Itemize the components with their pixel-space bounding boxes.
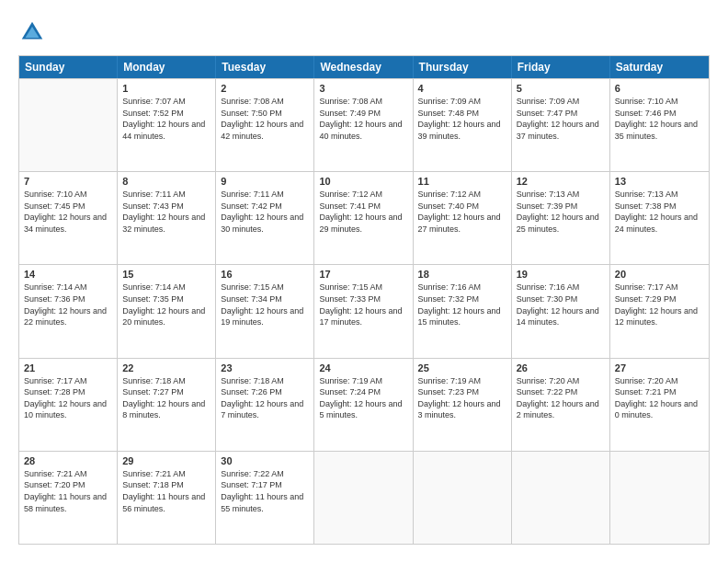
cell-day-number: 27 <box>615 362 704 373</box>
cell-day-number: 11 <box>418 176 506 187</box>
calendar-cell-6: 6Sunrise: 7:10 AM Sunset: 7:46 PM Daylig… <box>610 79 709 171</box>
calendar-cell-20: 20Sunrise: 7:17 AM Sunset: 7:29 PM Dayli… <box>610 265 709 357</box>
cell-info: Sunrise: 7:13 AM Sunset: 7:39 PM Dayligh… <box>517 189 605 235</box>
calendar-week-2: 14Sunrise: 7:14 AM Sunset: 7:36 PM Dayli… <box>19 264 709 357</box>
cell-info: Sunrise: 7:19 AM Sunset: 7:23 PM Dayligh… <box>418 375 506 421</box>
calendar-cell-7: 7Sunrise: 7:10 AM Sunset: 7:45 PM Daylig… <box>19 172 118 264</box>
cell-info: Sunrise: 7:21 AM Sunset: 7:18 PM Dayligh… <box>122 468 210 514</box>
cell-day-number: 17 <box>319 269 407 280</box>
header-day-friday: Friday <box>512 56 610 78</box>
cell-day-number: 9 <box>221 176 309 187</box>
calendar-cell-9: 9Sunrise: 7:11 AM Sunset: 7:42 PM Daylig… <box>216 172 314 264</box>
calendar-cell-empty-5 <box>512 452 610 544</box>
cell-info: Sunrise: 7:14 AM Sunset: 7:36 PM Dayligh… <box>24 282 112 327</box>
cell-info: Sunrise: 7:17 AM Sunset: 7:28 PM Dayligh… <box>24 375 112 421</box>
cell-day-number: 16 <box>221 269 309 280</box>
cell-day-number: 4 <box>418 83 506 94</box>
calendar-cell-empty-3 <box>314 452 413 544</box>
cell-info: Sunrise: 7:21 AM Sunset: 7:20 PM Dayligh… <box>24 468 112 514</box>
calendar-cell-5: 5Sunrise: 7:09 AM Sunset: 7:47 PM Daylig… <box>512 79 610 171</box>
cell-day-number: 1 <box>122 83 210 94</box>
calendar-week-4: 28Sunrise: 7:21 AM Sunset: 7:20 PM Dayli… <box>19 451 709 544</box>
calendar-cell-8: 8Sunrise: 7:11 AM Sunset: 7:43 PM Daylig… <box>118 172 216 264</box>
calendar-cell-12: 12Sunrise: 7:13 AM Sunset: 7:39 PM Dayli… <box>512 172 610 264</box>
cell-day-number: 29 <box>122 455 210 466</box>
calendar-cell-1: 1Sunrise: 7:07 AM Sunset: 7:52 PM Daylig… <box>118 79 216 171</box>
cell-day-number: 30 <box>221 455 309 466</box>
cell-info: Sunrise: 7:19 AM Sunset: 7:24 PM Dayligh… <box>319 375 407 421</box>
cell-day-number: 15 <box>122 269 210 280</box>
cell-day-number: 3 <box>319 83 407 94</box>
cell-info: Sunrise: 7:08 AM Sunset: 7:49 PM Dayligh… <box>319 96 407 142</box>
cell-day-number: 22 <box>122 362 210 373</box>
logo <box>18 18 51 46</box>
cell-info: Sunrise: 7:17 AM Sunset: 7:29 PM Dayligh… <box>615 282 704 327</box>
calendar-cell-13: 13Sunrise: 7:13 AM Sunset: 7:38 PM Dayli… <box>610 172 709 264</box>
cell-day-number: 24 <box>319 362 407 373</box>
calendar-cell-11: 11Sunrise: 7:12 AM Sunset: 7:40 PM Dayli… <box>414 172 512 264</box>
calendar-cell-17: 17Sunrise: 7:15 AM Sunset: 7:33 PM Dayli… <box>314 265 413 357</box>
calendar-cell-27: 27Sunrise: 7:20 AM Sunset: 7:21 PM Dayli… <box>610 359 709 451</box>
cell-day-number: 20 <box>615 269 704 280</box>
calendar-cell-18: 18Sunrise: 7:16 AM Sunset: 7:32 PM Dayli… <box>414 265 512 357</box>
calendar-week-3: 21Sunrise: 7:17 AM Sunset: 7:28 PM Dayli… <box>19 358 709 451</box>
cell-info: Sunrise: 7:20 AM Sunset: 7:21 PM Dayligh… <box>615 375 704 421</box>
calendar-cell-23: 23Sunrise: 7:18 AM Sunset: 7:26 PM Dayli… <box>216 359 314 451</box>
calendar-week-1: 7Sunrise: 7:10 AM Sunset: 7:45 PM Daylig… <box>19 171 709 264</box>
cell-info: Sunrise: 7:15 AM Sunset: 7:34 PM Dayligh… <box>221 282 309 327</box>
calendar-cell-empty-4 <box>414 452 512 544</box>
cell-day-number: 18 <box>418 269 506 280</box>
calendar-cell-22: 22Sunrise: 7:18 AM Sunset: 7:27 PM Dayli… <box>118 359 216 451</box>
header-day-monday: Monday <box>118 56 216 78</box>
calendar-cell-empty-6 <box>610 452 709 544</box>
calendar-cell-4: 4Sunrise: 7:09 AM Sunset: 7:48 PM Daylig… <box>414 79 512 171</box>
cell-day-number: 21 <box>24 362 112 373</box>
calendar: SundayMondayTuesdayWednesdayThursdayFrid… <box>18 55 710 545</box>
calendar-cell-19: 19Sunrise: 7:16 AM Sunset: 7:30 PM Dayli… <box>512 265 610 357</box>
cell-info: Sunrise: 7:22 AM Sunset: 7:17 PM Dayligh… <box>221 468 309 514</box>
calendar-body: 1Sunrise: 7:07 AM Sunset: 7:52 PM Daylig… <box>19 78 709 544</box>
cell-info: Sunrise: 7:11 AM Sunset: 7:42 PM Dayligh… <box>221 189 309 235</box>
cell-day-number: 10 <box>319 176 407 187</box>
cell-day-number: 19 <box>517 269 605 280</box>
calendar-cell-14: 14Sunrise: 7:14 AM Sunset: 7:36 PM Dayli… <box>19 265 118 357</box>
cell-day-number: 14 <box>24 269 112 280</box>
cell-day-number: 12 <box>517 176 605 187</box>
calendar-cell-3: 3Sunrise: 7:08 AM Sunset: 7:49 PM Daylig… <box>314 79 413 171</box>
cell-day-number: 7 <box>24 176 112 187</box>
cell-info: Sunrise: 7:12 AM Sunset: 7:40 PM Dayligh… <box>418 189 506 235</box>
page-header <box>18 18 710 46</box>
calendar-cell-16: 16Sunrise: 7:15 AM Sunset: 7:34 PM Dayli… <box>216 265 314 357</box>
cell-info: Sunrise: 7:11 AM Sunset: 7:43 PM Dayligh… <box>122 189 210 235</box>
calendar-cell-2: 2Sunrise: 7:08 AM Sunset: 7:50 PM Daylig… <box>216 79 314 171</box>
cell-info: Sunrise: 7:08 AM Sunset: 7:50 PM Dayligh… <box>221 96 309 142</box>
calendar-cell-29: 29Sunrise: 7:21 AM Sunset: 7:18 PM Dayli… <box>118 452 216 544</box>
header-day-tuesday: Tuesday <box>216 56 314 78</box>
calendar-cell-empty-0 <box>19 79 118 171</box>
cell-day-number: 28 <box>24 455 112 466</box>
header-day-thursday: Thursday <box>414 56 512 78</box>
cell-day-number: 2 <box>221 83 309 94</box>
cell-info: Sunrise: 7:18 AM Sunset: 7:26 PM Dayligh… <box>221 375 309 421</box>
header-day-wednesday: Wednesday <box>314 56 413 78</box>
cell-info: Sunrise: 7:16 AM Sunset: 7:30 PM Dayligh… <box>517 282 605 327</box>
calendar-cell-10: 10Sunrise: 7:12 AM Sunset: 7:41 PM Dayli… <box>314 172 413 264</box>
cell-info: Sunrise: 7:16 AM Sunset: 7:32 PM Dayligh… <box>418 282 506 327</box>
cell-info: Sunrise: 7:18 AM Sunset: 7:27 PM Dayligh… <box>122 375 210 421</box>
cell-day-number: 25 <box>418 362 506 373</box>
cell-info: Sunrise: 7:10 AM Sunset: 7:46 PM Dayligh… <box>615 96 704 142</box>
cell-info: Sunrise: 7:10 AM Sunset: 7:45 PM Dayligh… <box>24 189 112 235</box>
calendar-cell-24: 24Sunrise: 7:19 AM Sunset: 7:24 PM Dayli… <box>314 359 413 451</box>
cell-day-number: 13 <box>615 176 704 187</box>
calendar-week-0: 1Sunrise: 7:07 AM Sunset: 7:52 PM Daylig… <box>19 78 709 171</box>
calendar-cell-25: 25Sunrise: 7:19 AM Sunset: 7:23 PM Dayli… <box>414 359 512 451</box>
cell-day-number: 8 <box>122 176 210 187</box>
cell-day-number: 23 <box>221 362 309 373</box>
cell-info: Sunrise: 7:09 AM Sunset: 7:48 PM Dayligh… <box>418 96 506 142</box>
logo-icon <box>18 18 46 46</box>
calendar-cell-28: 28Sunrise: 7:21 AM Sunset: 7:20 PM Dayli… <box>19 452 118 544</box>
cell-info: Sunrise: 7:13 AM Sunset: 7:38 PM Dayligh… <box>615 189 704 235</box>
cell-day-number: 26 <box>517 362 605 373</box>
cell-info: Sunrise: 7:14 AM Sunset: 7:35 PM Dayligh… <box>122 282 210 327</box>
header-day-saturday: Saturday <box>610 56 709 78</box>
